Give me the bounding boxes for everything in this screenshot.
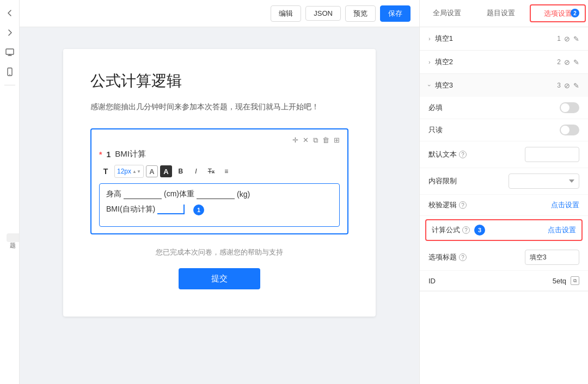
fillblank1-shield[interactable]: ⊘ xyxy=(564,35,570,43)
format-size-selector[interactable]: 12px ▲▼ xyxy=(114,165,144,178)
format-A-fill-btn[interactable]: A xyxy=(160,165,172,177)
right-panel: 全局设置 题目设置 选项设置 2 › 填空1 1 ⊘ ✎ xyxy=(419,0,588,384)
fillblank2-edit[interactable]: ✎ xyxy=(573,58,579,66)
formula-link[interactable]: 点击设置 xyxy=(548,225,576,235)
default-text-row: 默认文本 ? xyxy=(420,141,588,168)
format-toolbar: T 12px ▲▼ A A B I Tx ≡ xyxy=(99,165,340,178)
option-title-input[interactable] xyxy=(525,250,579,265)
input-area[interactable]: 身高 (cm)体重 (kg) BMI(自动计算) 1 xyxy=(99,183,340,227)
accordion-fillblank1-header[interactable]: › 填空1 1 ⊘ ✎ xyxy=(420,27,588,50)
submit-btn[interactable]: 提交 xyxy=(179,268,260,289)
formula-label: 计算公式 ? 3 xyxy=(432,225,548,236)
accordion-fillblank3: › 填空3 3 ⊘ ✎ 必填 只读 xyxy=(420,74,588,292)
fillblank1-label: 填空1 xyxy=(435,34,558,44)
bmi-label: BMI(自动计算) xyxy=(106,205,155,214)
accordion-fillblank2-header[interactable]: › 填空2 2 ⊘ ✎ xyxy=(420,51,588,73)
save-btn[interactable]: 保存 xyxy=(380,5,411,22)
readonly-toggle[interactable] xyxy=(560,125,579,135)
id-value: 5etq xyxy=(553,277,566,285)
fillblank2-shield[interactable]: ⊘ xyxy=(564,58,570,66)
height-blank[interactable] xyxy=(124,189,162,199)
validate-logic-label: 校验逻辑 ? xyxy=(428,200,551,210)
left-sidebar: 题 xyxy=(0,0,20,384)
right-panel-body: › 填空1 1 ⊘ ✎ › 填空2 2 ⊘ ✎ xyxy=(420,27,588,384)
formula-badge: 3 xyxy=(474,225,485,236)
tab-option[interactable]: 选项设置 2 xyxy=(530,4,586,22)
formula-row: 计算公式 ? 3 点击设置 xyxy=(425,219,583,241)
weight-blank[interactable] xyxy=(197,189,235,199)
svg-rect-0 xyxy=(6,49,14,54)
fillblank2-label: 填空2 xyxy=(435,57,558,67)
mobile-view-btn[interactable] xyxy=(2,64,17,79)
input-line-2: BMI(自动计算) 1 xyxy=(106,205,333,214)
cross-icon[interactable]: ✕ xyxy=(303,136,309,145)
required-marker: * xyxy=(99,150,102,159)
format-italic-btn[interactable]: I xyxy=(189,165,203,178)
canvas: 公式计算逻辑 感谢您能抽出几分钟时间来参加本次答题，现在我们就马上开始吧！ ✛ … xyxy=(20,27,419,384)
fillblank3-meta: 3 ⊘ ✎ xyxy=(557,82,579,90)
cm-label: (cm)体重 xyxy=(164,189,194,199)
id-copy-icon[interactable]: ⧉ xyxy=(571,276,579,285)
validate-logic-link[interactable]: 点击设置 xyxy=(551,200,579,210)
delete-icon[interactable]: 🗑 xyxy=(322,136,329,145)
option-title-row: 选项标题 ? xyxy=(420,244,588,271)
required-label: 必填 xyxy=(428,103,560,113)
readonly-row: 只读 xyxy=(420,119,588,141)
option-title-info[interactable]: ? xyxy=(459,253,467,261)
fillblank3-shield[interactable]: ⊘ xyxy=(564,82,570,90)
toolbar: 编辑 JSON 预览 保存 xyxy=(20,0,419,27)
validate-logic-row: 校验逻辑 ? 点击设置 xyxy=(420,195,588,216)
height-label: 身高 xyxy=(106,189,121,199)
required-toggle[interactable] xyxy=(560,102,579,113)
edit-btn[interactable]: 编辑 xyxy=(271,5,301,22)
question-title: BMI计算 xyxy=(115,149,146,159)
default-text-input[interactable] xyxy=(525,147,579,162)
desktop-view-btn[interactable] xyxy=(2,45,17,60)
question-block[interactable]: ✛ ✕ ⧉ 🗑 ⊞ * 1 BMI计算 T xyxy=(90,128,348,234)
readonly-label: 只读 xyxy=(428,125,560,135)
right-panel-tabs: 全局设置 题目设置 选项设置 2 xyxy=(420,0,588,27)
accordion-fillblank3-header[interactable]: › 填空3 3 ⊘ ✎ xyxy=(420,74,588,97)
question-number: 1 xyxy=(106,150,111,159)
tab-question[interactable]: 题目设置 xyxy=(474,0,528,27)
move-icon[interactable]: ✛ xyxy=(292,136,298,145)
bmi-blank[interactable] xyxy=(157,205,185,214)
id-row: ID 5etq ⧉ xyxy=(420,271,588,291)
validate-logic-info[interactable]: ? xyxy=(459,201,467,209)
tab-global[interactable]: 全局设置 xyxy=(420,0,474,27)
fillblank3-label: 填空3 xyxy=(435,80,558,90)
nav-forward-btn[interactable] xyxy=(2,25,17,40)
option-title-label: 选项标题 ? xyxy=(428,252,525,262)
format-text-btn[interactable]: T xyxy=(99,165,112,178)
fillblank3-edit[interactable]: ✎ xyxy=(573,82,579,90)
lock-icon[interactable]: ⊞ xyxy=(334,136,340,145)
nav-back-btn[interactable] xyxy=(2,5,17,21)
default-text-label: 默认文本 ? xyxy=(428,150,525,159)
json-btn[interactable]: JSON xyxy=(305,6,341,21)
bmi-badge: 1 xyxy=(193,205,204,215)
format-strikethrough-btn[interactable]: Tx xyxy=(205,165,218,178)
side-tab[interactable]: 题 xyxy=(7,233,19,242)
format-bold-btn[interactable]: B xyxy=(174,165,187,178)
default-text-info[interactable]: ? xyxy=(459,151,467,158)
fillblank1-edit[interactable]: ✎ xyxy=(573,35,579,43)
svg-point-2 xyxy=(9,74,10,75)
id-label: ID xyxy=(428,277,553,285)
form-footer: 您已完成本次问卷，感谢您的帮助与支持 xyxy=(90,247,348,257)
arrow-fillblank2: › xyxy=(428,59,431,65)
preview-btn[interactable]: 预览 xyxy=(345,5,376,22)
format-align-btn[interactable]: ≡ xyxy=(220,165,233,178)
content-limit-label: 内容限制 xyxy=(428,176,509,186)
question-toolbar: ✛ ✕ ⧉ 🗑 ⊞ xyxy=(99,136,340,145)
fillblank2-meta: 2 ⊘ ✎ xyxy=(557,58,579,66)
question-header: * 1 BMI计算 xyxy=(99,149,340,159)
arrow-fillblank1: › xyxy=(428,35,431,42)
format-A-outline-btn[interactable]: A xyxy=(146,165,158,177)
form-title: 公式计算逻辑 xyxy=(90,71,348,91)
fillblank1-meta: 1 ⊘ ✎ xyxy=(557,35,579,43)
content-limit-select[interactable] xyxy=(509,174,579,189)
accordion-fillblank1: › 填空1 1 ⊘ ✎ xyxy=(420,27,588,51)
copy-btn[interactable]: ⧉ xyxy=(313,136,318,145)
arrow-fillblank3: › xyxy=(426,84,433,86)
formula-info[interactable]: ? xyxy=(462,226,470,234)
